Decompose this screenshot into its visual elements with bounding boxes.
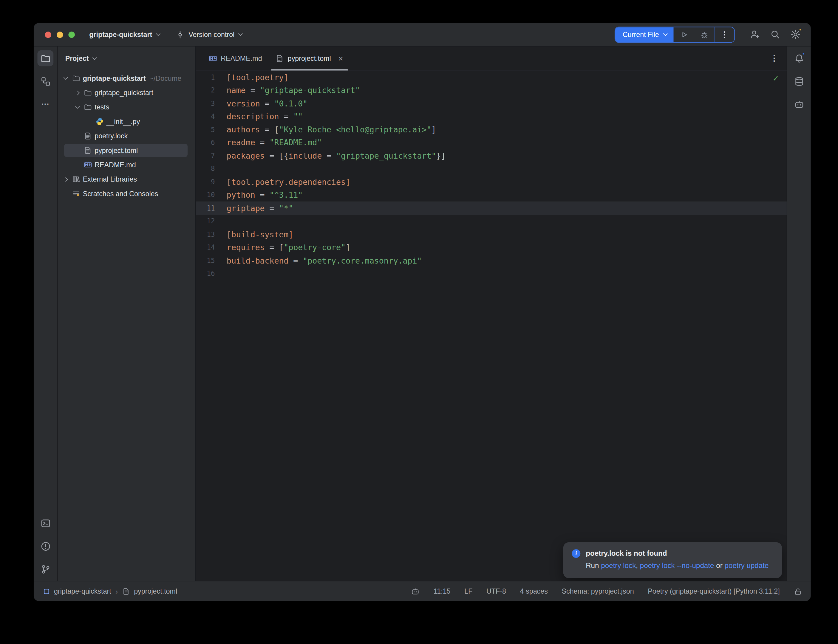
tree-item-label: __init__.py (107, 117, 140, 125)
editor-body[interactable]: 1[tool.poetry]2name = "griptape-quicksta… (196, 71, 787, 581)
code-line-15[interactable]: 15build-backend = "poetry.core.masonry.a… (196, 254, 787, 267)
tree-item-label: griptape-quickstart (83, 74, 146, 82)
debug-button[interactable] (693, 27, 714, 42)
chevron-down-icon[interactable] (73, 107, 82, 108)
structure-icon (40, 76, 50, 86)
terminal-toolwindow-button[interactable] (37, 515, 53, 531)
more-toolwindows-button[interactable]: ⋯ (37, 96, 53, 112)
line-number: 7 (196, 152, 215, 160)
chevron-right-icon[interactable] (73, 91, 82, 95)
status-breadcrumb: griptape-quickstart › pyproject.toml (43, 587, 177, 596)
config-file-icon (122, 587, 130, 595)
status-line-ending[interactable]: LF (464, 587, 472, 595)
toast-text: or (714, 562, 725, 570)
code-line-6[interactable]: 6readme = "README.md" (196, 136, 787, 149)
code-line-9[interactable]: 9[tool.poetry.dependencies] (196, 175, 787, 189)
status-encoding[interactable]: UTF-8 (486, 587, 506, 595)
code-line-16[interactable]: 16 (196, 267, 787, 280)
inspections-ok-icon[interactable]: ✓ (772, 74, 779, 83)
project-toolwindow-button[interactable] (37, 50, 53, 66)
toast-link[interactable]: poetry lock --no-update (640, 562, 714, 570)
tree-item-scratches-and-consoles[interactable]: Scratches and Consoles (58, 186, 196, 200)
code-text: griptape = "*" (227, 203, 293, 212)
editor-options-button[interactable]: ⋮ (770, 53, 778, 63)
code-line-3[interactable]: 3version = "0.1.0" (196, 97, 787, 110)
folder-icon (40, 53, 50, 63)
toast-link[interactable]: poetry update (725, 562, 769, 570)
code-line-8[interactable]: 8 (196, 162, 787, 175)
vcs-toolwindow-button[interactable] (37, 561, 53, 577)
add-user-button[interactable] (747, 26, 763, 43)
project-switcher[interactable]: griptape-quickstart (89, 30, 159, 38)
line-number: 8 (196, 164, 215, 172)
line-number: 15 (196, 256, 215, 264)
line-number: 9 (196, 178, 215, 186)
run-configuration-button[interactable]: Current File (615, 27, 674, 42)
code-line-14[interactable]: 14requires = ["poetry-core"] (196, 241, 787, 254)
minimize-window-button[interactable] (57, 31, 63, 38)
code-text: [tool.poetry] (227, 72, 289, 81)
tab-readme[interactable]: README.md (202, 46, 269, 70)
toast-link[interactable]: poetry lock (601, 562, 636, 570)
ai-assistant-button[interactable] (791, 96, 807, 112)
status-interpreter[interactable]: Poetry (griptape-quickstart) [Python 3.1… (648, 587, 780, 595)
tree-item-label: README.md (95, 161, 136, 169)
run-more-button[interactable]: ⋮ (714, 27, 734, 42)
problems-toolwindow-button[interactable] (37, 538, 53, 554)
tree-item-path: ~/Docume (150, 74, 181, 82)
tree-item--init-py[interactable]: __init__.py (58, 115, 196, 129)
tab-pyproject[interactable]: pyproject.toml × (269, 46, 350, 70)
titlebar: griptape-quickstart Version control Curr… (34, 23, 811, 46)
tree-item-poetry-lock[interactable]: poetry.lock (58, 129, 196, 143)
structure-toolwindow-button[interactable] (37, 73, 53, 89)
window-controls (41, 31, 75, 38)
code-line-1[interactable]: 1[tool.poetry] (196, 71, 787, 84)
lock-icon[interactable] (794, 587, 802, 596)
code-line-11[interactable]: 11griptape = "*" (196, 202, 787, 215)
tree-item-griptape-quickstart[interactable]: griptape-quickstart~/Docume (58, 71, 196, 85)
status-indent[interactable]: 4 spaces (520, 587, 548, 595)
tree-item-external-libraries[interactable]: External Libraries (58, 172, 196, 186)
database-toolwindow-button[interactable] (791, 73, 807, 89)
config-file-icon (276, 54, 284, 62)
breadcrumb-file[interactable]: pyproject.toml (134, 587, 177, 595)
close-tab-icon[interactable]: × (338, 54, 343, 62)
tree-item-readme-md[interactable]: README.md (58, 158, 196, 172)
code-line-13[interactable]: 13[build-system] (196, 227, 787, 241)
close-window-button[interactable] (45, 31, 52, 38)
chevron-down-icon (92, 55, 97, 60)
code-line-4[interactable]: 4description = "" (196, 110, 787, 123)
tree-item-tests[interactable]: tests (58, 100, 196, 114)
folder-icon (71, 74, 81, 82)
chevron-down-icon (156, 31, 160, 36)
vcs-widget[interactable]: Version control (176, 30, 242, 39)
tree-item-pyproject-toml[interactable]: pyproject.toml (58, 143, 196, 158)
tab-label: pyproject.toml (288, 54, 331, 62)
code-line-2[interactable]: 2name = "griptape-quickstart" (196, 84, 787, 97)
chevron-down-icon[interactable] (61, 77, 71, 79)
tree-item-label: pyproject.toml (95, 146, 138, 154)
code-text: readme = "README.md" (227, 138, 322, 147)
folder-icon (82, 89, 93, 97)
tree-item-griptape-quickstart[interactable]: griptape_quickstart (58, 85, 196, 100)
tree-item-label: griptape_quickstart (95, 89, 153, 97)
notifications-button[interactable] (791, 50, 807, 66)
line-number: 1 (196, 73, 215, 81)
code-text: name = "griptape-quickstart" (227, 85, 360, 95)
zoom-window-button[interactable] (68, 31, 75, 38)
code-line-7[interactable]: 7packages = [{include = "griptape_quicks… (196, 149, 787, 162)
code-line-5[interactable]: 5authors = ["Kyle Roche <hello@griptape.… (196, 123, 787, 136)
line-number: 12 (196, 217, 215, 225)
status-caret-position[interactable]: 11:15 (434, 587, 450, 595)
settings-button[interactable] (787, 26, 803, 43)
breadcrumb-project[interactable]: griptape-quickstart (54, 587, 111, 595)
copilot-icon[interactable] (411, 587, 420, 596)
search-everywhere-button[interactable] (767, 26, 783, 43)
code-line-12[interactable]: 12 (196, 215, 787, 228)
chevron-right-icon[interactable] (61, 178, 71, 181)
code-line-10[interactable]: 10python = "^3.11" (196, 189, 787, 202)
project-panel-header[interactable]: Project (58, 46, 196, 70)
editor-tabbar: README.md pyproject.toml × ⋮ (196, 46, 787, 71)
run-button[interactable] (674, 27, 693, 42)
status-schema[interactable]: Schema: pyproject.json (562, 587, 634, 595)
